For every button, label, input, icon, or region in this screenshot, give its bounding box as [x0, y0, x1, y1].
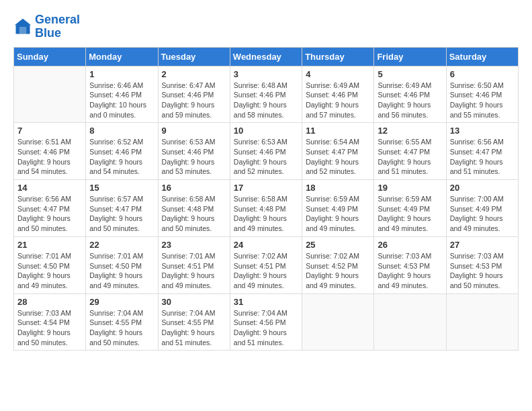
calendar-cell: 15Sunrise: 6:57 AMSunset: 4:47 PMDayligh… [86, 180, 158, 237]
logo: General Blue [13, 13, 80, 40]
calendar-cell [302, 293, 374, 351]
calendar-cell: 3Sunrise: 6:48 AMSunset: 4:46 PMDaylight… [230, 66, 302, 123]
day-info: Sunrise: 6:52 AMSunset: 4:46 PMDaylight:… [89, 137, 154, 177]
day-number: 26 [378, 240, 442, 250]
page-header: General Blue [13, 13, 519, 40]
calendar-cell: 19Sunrise: 6:59 AMSunset: 4:49 PMDayligh… [374, 180, 446, 237]
day-info: Sunrise: 6:47 AMSunset: 4:46 PMDaylight:… [162, 81, 226, 120]
weekday-header: Friday [374, 47, 446, 66]
day-number: 14 [17, 183, 82, 193]
calendar-cell: 8Sunrise: 6:52 AMSunset: 4:46 PMDaylight… [86, 123, 158, 180]
calendar-week-row: 7Sunrise: 6:51 AMSunset: 4:46 PMDaylight… [14, 123, 519, 180]
day-number: 27 [450, 240, 515, 250]
calendar-cell: 29Sunrise: 7:04 AMSunset: 4:55 PMDayligh… [86, 293, 158, 351]
day-info: Sunrise: 6:48 AMSunset: 4:46 PMDaylight:… [234, 81, 298, 120]
day-number: 8 [89, 126, 154, 136]
calendar-week-row: 21Sunrise: 7:01 AMSunset: 4:50 PMDayligh… [14, 236, 519, 293]
day-number: 6 [450, 69, 515, 79]
calendar-week-row: 28Sunrise: 7:03 AMSunset: 4:54 PMDayligh… [14, 293, 519, 351]
day-info: Sunrise: 7:03 AMSunset: 4:54 PMDaylight:… [17, 308, 82, 348]
calendar-cell: 30Sunrise: 7:04 AMSunset: 4:55 PMDayligh… [158, 293, 230, 351]
calendar-cell: 5Sunrise: 6:49 AMSunset: 4:46 PMDaylight… [374, 66, 446, 123]
day-info: Sunrise: 6:56 AMSunset: 4:47 PMDaylight:… [17, 194, 82, 234]
day-number: 24 [234, 240, 298, 250]
day-number: 1 [89, 69, 154, 79]
calendar-cell: 7Sunrise: 6:51 AMSunset: 4:46 PMDaylight… [14, 123, 86, 180]
calendar-cell: 11Sunrise: 6:54 AMSunset: 4:47 PMDayligh… [302, 123, 374, 180]
day-number: 17 [234, 183, 298, 193]
day-info: Sunrise: 7:03 AMSunset: 4:53 PMDaylight:… [450, 251, 515, 291]
calendar-table: SundayMondayTuesdayWednesdayThursdayFrid… [13, 47, 519, 351]
day-info: Sunrise: 7:01 AMSunset: 4:51 PMDaylight:… [162, 251, 226, 291]
calendar-cell: 31Sunrise: 7:04 AMSunset: 4:56 PMDayligh… [230, 293, 302, 351]
day-number: 29 [89, 297, 154, 307]
calendar-cell: 23Sunrise: 7:01 AMSunset: 4:51 PMDayligh… [158, 236, 230, 293]
day-number: 25 [306, 240, 370, 250]
day-info: Sunrise: 6:59 AMSunset: 4:49 PMDaylight:… [378, 194, 442, 234]
calendar-cell: 4Sunrise: 6:49 AMSunset: 4:46 PMDaylight… [302, 66, 374, 123]
logo-text: General Blue [35, 13, 80, 40]
calendar-header-row: SundayMondayTuesdayWednesdayThursdayFrid… [14, 47, 519, 66]
calendar-week-row: 1Sunrise: 6:46 AMSunset: 4:46 PMDaylight… [14, 66, 519, 123]
day-info: Sunrise: 6:50 AMSunset: 4:46 PMDaylight:… [450, 81, 515, 120]
day-number: 22 [89, 240, 154, 250]
calendar-cell: 25Sunrise: 7:02 AMSunset: 4:52 PMDayligh… [302, 236, 374, 293]
calendar-cell [374, 293, 446, 351]
day-info: Sunrise: 6:54 AMSunset: 4:47 PMDaylight:… [306, 137, 370, 177]
calendar-cell: 14Sunrise: 6:56 AMSunset: 4:47 PMDayligh… [14, 180, 86, 237]
day-number: 16 [162, 183, 226, 193]
day-info: Sunrise: 7:02 AMSunset: 4:52 PMDaylight:… [306, 251, 370, 291]
weekday-header: Monday [86, 47, 158, 66]
day-number: 2 [162, 69, 226, 79]
calendar-cell: 10Sunrise: 6:53 AMSunset: 4:46 PMDayligh… [230, 123, 302, 180]
calendar-cell: 21Sunrise: 7:01 AMSunset: 4:50 PMDayligh… [14, 236, 86, 293]
calendar-cell: 12Sunrise: 6:55 AMSunset: 4:47 PMDayligh… [374, 123, 446, 180]
day-info: Sunrise: 6:49 AMSunset: 4:46 PMDaylight:… [306, 81, 370, 120]
day-info: Sunrise: 7:02 AMSunset: 4:51 PMDaylight:… [234, 251, 298, 291]
day-number: 12 [378, 126, 442, 136]
day-info: Sunrise: 6:46 AMSunset: 4:46 PMDaylight:… [89, 81, 154, 120]
day-number: 31 [234, 297, 298, 307]
calendar-cell: 13Sunrise: 6:56 AMSunset: 4:47 PMDayligh… [446, 123, 518, 180]
day-info: Sunrise: 7:04 AMSunset: 4:55 PMDaylight:… [162, 308, 226, 348]
day-number: 11 [306, 126, 370, 136]
day-info: Sunrise: 7:03 AMSunset: 4:53 PMDaylight:… [378, 251, 442, 291]
day-number: 7 [17, 126, 82, 136]
calendar-cell [446, 293, 518, 351]
day-number: 23 [162, 240, 226, 250]
calendar-cell: 17Sunrise: 6:58 AMSunset: 4:48 PMDayligh… [230, 180, 302, 237]
day-info: Sunrise: 6:55 AMSunset: 4:47 PMDaylight:… [378, 137, 442, 177]
weekday-header: Thursday [302, 47, 374, 66]
calendar-cell: 26Sunrise: 7:03 AMSunset: 4:53 PMDayligh… [374, 236, 446, 293]
day-info: Sunrise: 6:56 AMSunset: 4:47 PMDaylight:… [450, 137, 515, 177]
calendar-cell: 6Sunrise: 6:50 AMSunset: 4:46 PMDaylight… [446, 66, 518, 123]
calendar-cell: 22Sunrise: 7:01 AMSunset: 4:50 PMDayligh… [86, 236, 158, 293]
day-info: Sunrise: 7:04 AMSunset: 4:56 PMDaylight:… [234, 308, 298, 348]
day-info: Sunrise: 7:01 AMSunset: 4:50 PMDaylight:… [17, 251, 82, 291]
calendar-cell: 1Sunrise: 6:46 AMSunset: 4:46 PMDaylight… [86, 66, 158, 123]
weekday-header: Sunday [14, 47, 86, 66]
day-info: Sunrise: 6:58 AMSunset: 4:48 PMDaylight:… [234, 194, 298, 234]
calendar-cell: 27Sunrise: 7:03 AMSunset: 4:53 PMDayligh… [446, 236, 518, 293]
calendar-cell: 20Sunrise: 7:00 AMSunset: 4:49 PMDayligh… [446, 180, 518, 237]
calendar-cell [14, 66, 86, 123]
day-info: Sunrise: 7:04 AMSunset: 4:55 PMDaylight:… [89, 308, 154, 348]
day-number: 4 [306, 69, 370, 79]
calendar-cell: 2Sunrise: 6:47 AMSunset: 4:46 PMDaylight… [158, 66, 230, 123]
weekday-header: Tuesday [158, 47, 230, 66]
calendar-cell: 9Sunrise: 6:53 AMSunset: 4:46 PMDaylight… [158, 123, 230, 180]
calendar-cell: 16Sunrise: 6:58 AMSunset: 4:48 PMDayligh… [158, 180, 230, 237]
day-info: Sunrise: 6:51 AMSunset: 4:46 PMDaylight:… [17, 137, 82, 177]
weekday-header: Saturday [446, 47, 518, 66]
day-info: Sunrise: 6:58 AMSunset: 4:48 PMDaylight:… [162, 194, 226, 234]
day-number: 5 [378, 69, 442, 79]
day-number: 28 [17, 297, 82, 307]
calendar-cell: 28Sunrise: 7:03 AMSunset: 4:54 PMDayligh… [14, 293, 86, 351]
svg-rect-2 [19, 27, 27, 34]
calendar-cell: 18Sunrise: 6:59 AMSunset: 4:49 PMDayligh… [302, 180, 374, 237]
day-number: 19 [378, 183, 442, 193]
logo-icon [13, 17, 32, 36]
day-info: Sunrise: 7:00 AMSunset: 4:49 PMDaylight:… [450, 194, 515, 234]
day-info: Sunrise: 6:53 AMSunset: 4:46 PMDaylight:… [234, 137, 298, 177]
day-number: 18 [306, 183, 370, 193]
